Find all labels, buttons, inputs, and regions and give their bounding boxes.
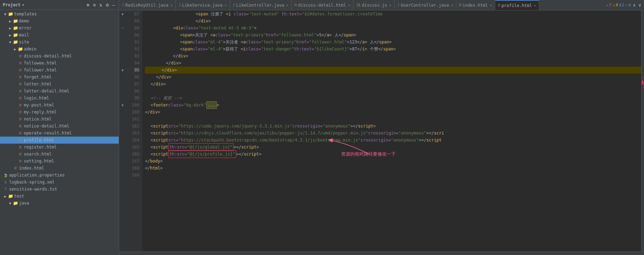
- tree-item-letter-detail[interactable]: H letter-detail.html: [0, 88, 119, 95]
- tree-item-my-post[interactable]: H my-post.html: [0, 102, 119, 109]
- tab-close-rediskeyutil[interactable]: ✕: [171, 3, 173, 7]
- tree-item-test[interactable]: ▶ 📁 test: [0, 193, 119, 200]
- tab-profile[interactable]: H profile.html ✕: [495, 0, 539, 11]
- tab-close-discuss[interactable]: ✕: [389, 3, 392, 7]
- linenum-88: 88: [126, 18, 139, 25]
- tab-likecontroller[interactable]: J LikeController.java ✕: [230, 0, 292, 11]
- tree-item-demo[interactable]: ▶ 📁 demo: [0, 18, 119, 25]
- linenum-165: 165: [126, 144, 139, 151]
- code-line-87: <span 注册了 <i class="text-muted" th:text=…: [145, 11, 644, 18]
- tree-item-letter[interactable]: H letter.html: [0, 81, 119, 88]
- project-label[interactable]: Project ▾: [3, 2, 25, 7]
- collapse-btn[interactable]: ∨: [638, 2, 642, 8]
- code-line-95: </div>: [145, 67, 644, 74]
- linenum-168: 168: [126, 165, 139, 172]
- tab-close-likeservice[interactable]: ✕: [225, 3, 227, 7]
- tab-close-discuss-detail[interactable]: ✕: [348, 3, 350, 7]
- tab-usercontroller[interactable]: J UserController.java ✕: [395, 0, 456, 11]
- info1-indicator[interactable]: ℹ 2: [619, 3, 624, 7]
- tree-item-index-html[interactable]: H index.html: [0, 165, 119, 172]
- code-editor[interactable]: ▼ − ▼ ▼: [119, 11, 644, 251]
- tree-item-login[interactable]: H login.html: [0, 95, 119, 102]
- tree-arrow-mail: ▶: [8, 33, 13, 37]
- tab-rediskeyutil[interactable]: J RedisKeyUtil.java ✕: [119, 0, 176, 11]
- tree-item-setting[interactable]: H setting.html: [0, 158, 119, 165]
- tree-item-sensitive[interactable]: T sensitive-words.txt: [0, 186, 119, 193]
- fold-89[interactable]: −: [121, 25, 124, 31]
- folder-icon-java: 📁: [13, 201, 18, 206]
- editor-bottom: [119, 251, 644, 255]
- tree-item-notice[interactable]: H notice.html: [0, 116, 119, 123]
- info2-indicator[interactable]: ✓ 4: [625, 3, 631, 7]
- tree-item-error[interactable]: ▶ 📁 error: [0, 25, 119, 32]
- tab-close-index[interactable]: ✕: [490, 3, 492, 7]
- right-scrollbar[interactable]: [641, 11, 644, 251]
- folder-icon-admin: 📁: [18, 47, 23, 51]
- tab-label-usercontroller: UserController.java: [401, 3, 449, 8]
- linenum-91: 91: [126, 39, 139, 46]
- tab-label-index: index.html: [463, 3, 488, 8]
- gutter-92: [119, 46, 126, 53]
- linenum-160: 160: [126, 109, 139, 116]
- tree-item-admin[interactable]: ▶ 📁 admin: [0, 46, 119, 53]
- gutter-88: [119, 18, 126, 25]
- settings-icon[interactable]: ⚙: [105, 2, 109, 8]
- linenum-98: 98: [126, 88, 139, 95]
- linenum-166: 166: [126, 151, 139, 158]
- linenum-92: 92: [126, 46, 139, 53]
- tab-discuss[interactable]: JS discuss.js ✕: [353, 0, 394, 11]
- scrollbar-error-marker: [642, 81, 643, 85]
- html-icon-notice-detail: H: [18, 124, 23, 128]
- tab-close-profile[interactable]: ✕: [534, 4, 536, 7]
- tree-label-error: error: [19, 26, 32, 30]
- gutter-167: [119, 158, 126, 165]
- warning-indicator[interactable]: ⚠ 8: [613, 3, 618, 7]
- tree-item-discuss-detail[interactable]: H discuss-detail.html: [0, 53, 119, 60]
- fold-87[interactable]: ▼: [122, 12, 124, 16]
- project-dropdown-icon[interactable]: ▾: [22, 2, 25, 7]
- sort-icon[interactable]: ⇅: [99, 2, 103, 8]
- html-icon-notice: H: [18, 117, 23, 121]
- tree-item-mail[interactable]: ▶ 📁 mail: [0, 32, 119, 39]
- expand-btn[interactable]: ∧: [632, 2, 636, 8]
- tree-item-forget[interactable]: H forget.html: [0, 74, 119, 81]
- html-icon-register: H: [18, 145, 23, 149]
- tree-item-logback[interactable]: X logback-spring.xml: [0, 179, 119, 186]
- tree-item-java[interactable]: ▼ 📁 java: [0, 200, 119, 207]
- tab-icon-discuss-detail: H: [295, 3, 297, 7]
- linenum-89: 89: [126, 25, 139, 32]
- tree-item-my-reply[interactable]: H my-reply.html: [0, 109, 119, 116]
- tree-arrow-java: ▼: [8, 201, 13, 205]
- add-icon[interactable]: ⊕: [86, 2, 90, 8]
- gutter-164: [119, 137, 126, 144]
- tree-item-site[interactable]: ▼ 📁 site: [0, 39, 119, 46]
- tab-discuss-detail[interactable]: H discuss-detail.html ✕: [292, 0, 353, 11]
- tree-item-app-properties[interactable]: 🍃 application.properties: [0, 172, 119, 179]
- tab-close-likecontroller[interactable]: ✕: [286, 3, 289, 7]
- tree-item-followee[interactable]: H followee.html: [0, 60, 119, 67]
- tab-likeservice[interactable]: J LikeService.java ✕: [176, 0, 230, 11]
- minimize-icon[interactable]: —: [112, 2, 116, 8]
- tree-item-profile[interactable]: H profile.html: [0, 137, 119, 144]
- warning-count: 8: [616, 3, 618, 7]
- fold-95[interactable]: ▼: [122, 68, 124, 72]
- tree-label-letter: letter.html: [24, 82, 51, 87]
- error-indicator[interactable]: ⚠ 7: [606, 3, 611, 7]
- tab-close-usercontroller[interactable]: ✕: [451, 3, 453, 7]
- tree-item-operate-result[interactable]: H operate-result.html: [0, 130, 119, 137]
- folder-icon-site: 📁: [13, 40, 18, 44]
- tree-item-templates[interactable]: ▼ 📁 templates: [0, 11, 119, 18]
- tree-item-search[interactable]: H search.html: [0, 151, 119, 158]
- tab-index[interactable]: H index.html ✕: [456, 0, 495, 11]
- structure-icon[interactable]: ≡: [92, 2, 96, 8]
- tree-item-register[interactable]: H register.html: [0, 144, 119, 151]
- code-content[interactable]: <span 注册了 <i class="text-muted" th:text=…: [142, 11, 644, 251]
- tree-item-follower[interactable]: H follower.html: [0, 67, 119, 74]
- folder-icon-error: 📁: [13, 26, 18, 30]
- fold-100[interactable]: ▼: [122, 103, 124, 107]
- tree-item-notice-detail[interactable]: H notice-detail.html: [0, 123, 119, 130]
- tree-label-follower: follower.html: [24, 68, 57, 73]
- html-icon-profile: H: [18, 138, 23, 142]
- tree-label-letter-detail: letter-detail.html: [24, 89, 69, 94]
- txt-icon-sensitive: T: [3, 187, 8, 191]
